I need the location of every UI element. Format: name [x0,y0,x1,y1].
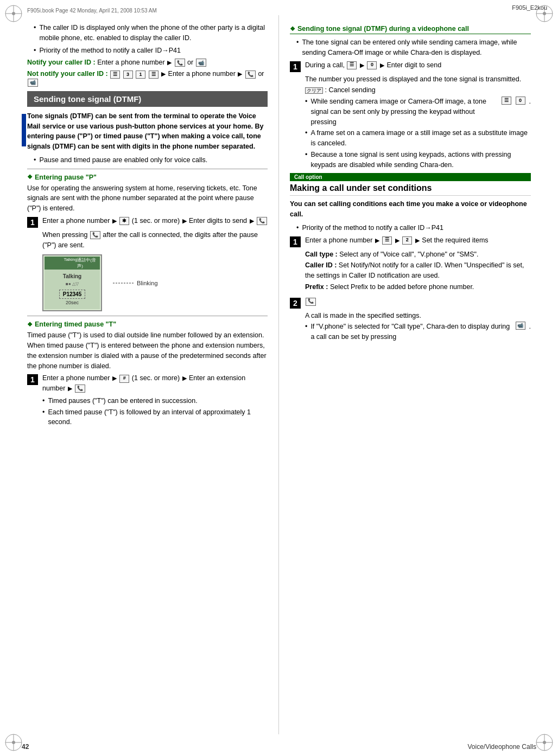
blinking-text: Blinking [137,280,158,286]
step-number-1-dtmf: 1 [290,61,301,72]
not-notify-label: Not notify your caller ID : [27,70,108,78]
page-container: The caller ID is displayed only when the… [22,15,536,734]
hash-key: # [119,375,129,383]
zero-key: 0 [367,61,377,69]
section-label: Voice/Videophone Calls [467,743,536,751]
menu-key2: ☰ [502,97,511,105]
pause-key: ✱ [119,217,129,225]
corner-decoration-br [534,732,555,753]
corner-decoration-bl [3,732,24,753]
step1-pause-content: Enter a phone number ▶ ✱ (1 sec. or more… [42,216,268,226]
section-title-box: Sending tone signal (DTMF) [27,91,268,107]
making-call-heading: Making a call under set conditions [290,183,531,196]
step-number-1-making: 1 [290,236,301,247]
dtmf-videophone-heading: Sending tone signal (DTMF) during a vide… [290,25,531,33]
dtmf-intro: Tone signals (DTMF) can be sent from the… [27,111,268,152]
step-number-1: 1 [27,217,38,228]
step2-note: A call is made in the specified settings… [305,311,531,321]
step1-dtmf-note1: The number you pressed is displayed and … [305,74,531,85]
step2-sub: If "V.phone" is selected for "Call type"… [305,322,531,342]
step-number-1-timed: 1 [27,374,38,385]
divider2 [27,316,268,316]
step1-timed-content: Enter a phone number ▶ # (1 sec. or more… [42,373,268,394]
step2-making-content: 📞 [305,297,531,307]
call-type-row: Call type : Select any of "Voice call", … [305,249,531,260]
call-key-btn2: 📞 [245,71,256,79]
cancel-note: クリア : Cancel sending [305,85,531,95]
step-number-2-making: 2 [290,298,301,309]
phone-screen-wrapper: Call option Talking 通話中(音声) Talking ■● △… [42,254,102,311]
entering-pause-text: Use for operating the answering system a… [27,183,268,214]
step2-making-row: 2 📞 [290,297,531,309]
dtmf-sub2: A frame set on a camera image or a still… [305,128,531,149]
call-key-btn: 📞 [175,59,185,67]
step1-making-row: 1 Enter a phone number ▶ ☰ ▶ 2 ▶ Set the… [290,235,531,247]
dtmf-bullet1: The tone signal can be entered only whil… [296,37,531,58]
left-column: The caller ID is displayed only when the… [22,15,279,734]
entering-timed-text: Timed pause ("T") is used to dial outsid… [27,330,268,371]
two-key: 2 [402,236,412,245]
call-key4: 📞 [75,385,85,393]
menu-key: ☰ [347,61,357,69]
blinking-label-area: Blinking [113,280,158,286]
header-filename: F905i_E2kou [512,4,547,11]
prefix-label: Prefix : [305,283,328,291]
dtmf-sub3: Because a tone signal is sent using keyp… [305,150,531,170]
step1-timed-row: 1 Enter a phone number ▶ # (1 sec. or mo… [27,373,268,394]
prefix-row: Prefix : Select Prefix to be added befor… [305,282,531,292]
step1-dtmf-content: During a call, ☰ ▶ 0 ▶ Enter digit to se… [305,60,531,71]
dtmf-sub1: While sending camera image or Camera-Off… [305,97,531,127]
timed-bullet1: Timed pauses ("T") can be entered in suc… [42,396,268,406]
entering-pause-heading: Entering pause "P" [27,174,268,181]
call-key3: 📞 [257,217,267,225]
phone-screen-area: Call option Talking 通話中(音声) Talking ■● △… [42,254,268,311]
send-key: 📞 [306,298,316,306]
video-key3: 📹 [516,322,525,330]
menu-key3: ☰ [382,236,392,245]
divider1 [27,169,268,169]
bullet-priority-method: Priority of the method to notify a calle… [34,46,268,56]
step1-pause-note: When pressing 📞 after the call is connec… [42,230,268,251]
phone-number-display: P12345 [59,290,85,299]
step1-dtmf-row: 1 During a call, ☰ ▶ 0 ▶ Enter digit to … [290,60,531,72]
you-can-set-text: You can set calling conditions each time… [290,199,531,220]
step1-pause-row: 1 Enter a phone number ▶ ✱ (1 sec. or mo… [27,216,268,228]
not-notify-caller-id-row: Not notify your caller ID : ☰ 3 1 ☰ ▶ En… [27,70,268,86]
cancel-key-label: クリア [305,87,323,94]
page-number: 42 [22,743,29,751]
video-key-btn2: 📹 [28,79,38,87]
bullet-caller-id-display: The caller ID is displayed only when the… [34,23,268,43]
zero-key2: 0 [516,97,525,105]
phone-main-display: Talking ■● △▽ P12345 20sec [45,270,100,309]
notify-caller-id-row: Notify your caller ID : Enter a phone nu… [27,59,268,67]
step1-making-content: Enter a phone number ▶ ☰ ▶ 2 ▶ Set the r… [305,235,531,246]
caller-id-label: Caller ID : [305,261,337,269]
call-option-bar: Call option [290,173,531,181]
caller-id-row: Caller ID : Set Notify/Not notify for a … [305,260,531,281]
page-footer: 42 Voice/Videophone Calls [22,743,536,751]
timed-bullet2: Each timed pause ("T") is followed by an… [42,407,268,428]
phone-top-bar: Call option Talking 通話中(音声) [45,257,100,270]
bullet-pause-voice: Pause and timed pause are enabled only f… [34,155,268,165]
notify-label: Notify your caller ID : [27,59,96,66]
phone-screen: Call option Talking 通話中(音声) Talking ■● △… [42,254,102,311]
right-column: Sending tone signal (DTMF) during a vide… [279,15,536,734]
entering-timed-heading: Entering timed pause "T" [27,321,268,328]
call-type-label: Call type : [305,251,338,258]
blinking-line [113,283,135,284]
video-key-btn: 📹 [196,59,206,67]
green-divider [290,34,531,34]
priority-bullet-right: Priority of the method to notify a calle… [296,223,531,233]
book-info: F905i.book Page 42 Monday, April 21, 200… [27,8,157,14]
